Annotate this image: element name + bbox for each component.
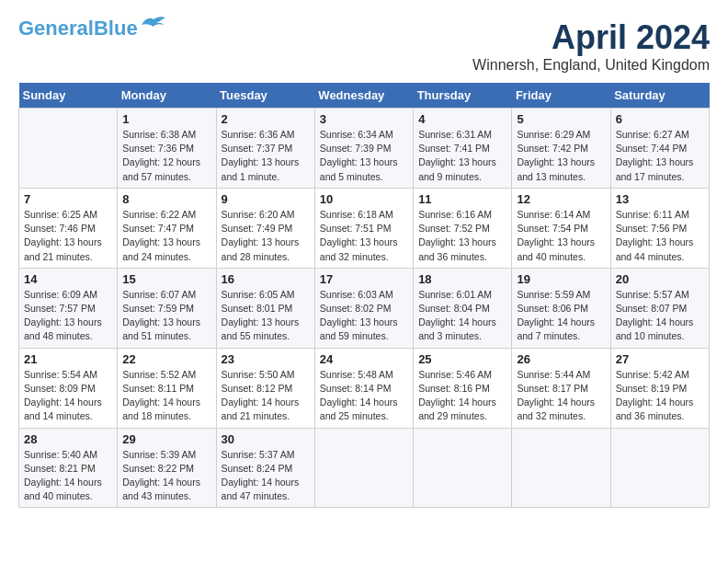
cell-info: Sunrise: 6:01 AM Sunset: 8:04 PM Dayligh… <box>418 288 506 344</box>
calendar-cell: 5Sunrise: 6:29 AM Sunset: 7:42 PM Daylig… <box>512 109 610 189</box>
day-number: 29 <box>122 432 210 446</box>
calendar-cell: 13Sunrise: 6:11 AM Sunset: 7:56 PM Dayli… <box>610 188 709 268</box>
cell-info: Sunrise: 5:50 AM Sunset: 8:12 PM Dayligh… <box>222 368 310 424</box>
calendar-cell: 10Sunrise: 6:18 AM Sunset: 7:51 PM Dayli… <box>314 188 413 268</box>
calendar-cell: 15Sunrise: 6:07 AM Sunset: 7:59 PM Dayli… <box>118 268 216 348</box>
calendar-cell: 1Sunrise: 6:38 AM Sunset: 7:36 PM Daylig… <box>118 109 216 189</box>
weekday-header-saturday: Saturday <box>610 83 709 109</box>
calendar-cell: 22Sunrise: 5:52 AM Sunset: 8:11 PM Dayli… <box>118 348 216 428</box>
calendar-cell <box>512 428 610 508</box>
day-number: 15 <box>122 272 210 286</box>
cell-info: Sunrise: 6:25 AM Sunset: 7:46 PM Dayligh… <box>24 208 112 264</box>
month-title: April 2024 <box>472 18 710 57</box>
day-number: 4 <box>418 112 506 126</box>
day-number: 14 <box>24 272 112 286</box>
calendar-cell: 9Sunrise: 6:20 AM Sunset: 7:49 PM Daylig… <box>216 188 314 268</box>
day-number: 22 <box>122 352 210 366</box>
cell-info: Sunrise: 6:31 AM Sunset: 7:41 PM Dayligh… <box>418 128 506 184</box>
cell-info: Sunrise: 6:29 AM Sunset: 7:42 PM Dayligh… <box>517 128 605 184</box>
day-number: 25 <box>418 352 506 366</box>
header: GeneralBlue April 2024 Winnersh, England… <box>18 18 710 74</box>
calendar-cell: 4Sunrise: 6:31 AM Sunset: 7:41 PM Daylig… <box>414 109 512 189</box>
day-number: 6 <box>616 112 704 126</box>
cell-info: Sunrise: 5:46 AM Sunset: 8:16 PM Dayligh… <box>418 368 506 424</box>
calendar-cell: 18Sunrise: 6:01 AM Sunset: 8:04 PM Dayli… <box>414 268 512 348</box>
day-number: 17 <box>320 272 408 286</box>
cell-info: Sunrise: 6:36 AM Sunset: 7:37 PM Dayligh… <box>222 128 310 184</box>
location-title: Winnersh, England, United Kingdom <box>472 57 710 74</box>
calendar-cell: 21Sunrise: 5:54 AM Sunset: 8:09 PM Dayli… <box>19 348 118 428</box>
cell-info: Sunrise: 5:59 AM Sunset: 8:06 PM Dayligh… <box>517 288 605 344</box>
logo-bird-icon <box>140 14 167 34</box>
calendar-cell <box>19 109 118 189</box>
cell-info: Sunrise: 6:05 AM Sunset: 8:01 PM Dayligh… <box>222 288 310 344</box>
cell-info: Sunrise: 5:57 AM Sunset: 8:07 PM Dayligh… <box>616 288 704 344</box>
day-number: 10 <box>320 192 408 206</box>
day-number: 2 <box>222 112 310 126</box>
cell-info: Sunrise: 6:22 AM Sunset: 7:47 PM Dayligh… <box>122 208 210 264</box>
calendar-cell: 19Sunrise: 5:59 AM Sunset: 8:06 PM Dayli… <box>512 268 610 348</box>
weekday-header-thursday: Thursday <box>414 83 512 109</box>
cell-info: Sunrise: 5:44 AM Sunset: 8:17 PM Dayligh… <box>517 368 605 424</box>
day-number: 23 <box>222 352 310 366</box>
day-number: 26 <box>517 352 605 366</box>
cell-info: Sunrise: 6:09 AM Sunset: 7:57 PM Dayligh… <box>24 288 112 344</box>
weekday-header-row: SundayMondayTuesdayWednesdayThursdayFrid… <box>19 83 710 109</box>
title-area: April 2024 Winnersh, England, United Kin… <box>472 18 710 74</box>
cell-info: Sunrise: 6:11 AM Sunset: 7:56 PM Dayligh… <box>616 208 704 264</box>
calendar-cell <box>610 428 709 508</box>
calendar-cell: 26Sunrise: 5:44 AM Sunset: 8:17 PM Dayli… <box>512 348 610 428</box>
day-number: 5 <box>517 112 605 126</box>
calendar-cell: 23Sunrise: 5:50 AM Sunset: 8:12 PM Dayli… <box>216 348 314 428</box>
day-number: 7 <box>24 192 112 206</box>
calendar-cell: 7Sunrise: 6:25 AM Sunset: 7:46 PM Daylig… <box>19 188 118 268</box>
calendar-cell: 24Sunrise: 5:48 AM Sunset: 8:14 PM Dayli… <box>314 348 413 428</box>
calendar-cell: 3Sunrise: 6:34 AM Sunset: 7:39 PM Daylig… <box>314 109 413 189</box>
cell-info: Sunrise: 5:52 AM Sunset: 8:11 PM Dayligh… <box>122 368 210 424</box>
calendar-cell: 2Sunrise: 6:36 AM Sunset: 7:37 PM Daylig… <box>216 109 314 189</box>
calendar-week-row: 28Sunrise: 5:40 AM Sunset: 8:21 PM Dayli… <box>19 428 710 508</box>
calendar-cell: 14Sunrise: 6:09 AM Sunset: 7:57 PM Dayli… <box>19 268 118 348</box>
day-number: 19 <box>517 272 605 286</box>
logo-text: GeneralBlue <box>18 18 138 39</box>
day-number: 13 <box>616 192 704 206</box>
day-number: 20 <box>616 272 704 286</box>
calendar-cell: 25Sunrise: 5:46 AM Sunset: 8:16 PM Dayli… <box>414 348 512 428</box>
day-number: 12 <box>517 192 605 206</box>
day-number: 27 <box>616 352 704 366</box>
cell-info: Sunrise: 6:20 AM Sunset: 7:49 PM Dayligh… <box>222 208 310 264</box>
calendar-cell: 27Sunrise: 5:42 AM Sunset: 8:19 PM Dayli… <box>610 348 709 428</box>
logo: GeneralBlue <box>18 18 167 39</box>
calendar-cell: 17Sunrise: 6:03 AM Sunset: 8:02 PM Dayli… <box>314 268 413 348</box>
day-number: 21 <box>24 352 112 366</box>
cell-info: Sunrise: 5:37 AM Sunset: 8:24 PM Dayligh… <box>222 448 310 504</box>
day-number: 30 <box>222 432 310 446</box>
cell-info: Sunrise: 5:40 AM Sunset: 8:21 PM Dayligh… <box>24 448 112 504</box>
calendar-cell: 16Sunrise: 6:05 AM Sunset: 8:01 PM Dayli… <box>216 268 314 348</box>
calendar-week-row: 7Sunrise: 6:25 AM Sunset: 7:46 PM Daylig… <box>19 188 710 268</box>
calendar-week-row: 1Sunrise: 6:38 AM Sunset: 7:36 PM Daylig… <box>19 109 710 189</box>
calendar-cell <box>414 428 512 508</box>
cell-info: Sunrise: 5:39 AM Sunset: 8:22 PM Dayligh… <box>122 448 210 504</box>
calendar-table: SundayMondayTuesdayWednesdayThursdayFrid… <box>18 83 710 508</box>
cell-info: Sunrise: 5:54 AM Sunset: 8:09 PM Dayligh… <box>24 368 112 424</box>
cell-info: Sunrise: 6:27 AM Sunset: 7:44 PM Dayligh… <box>616 128 704 184</box>
calendar-cell: 20Sunrise: 5:57 AM Sunset: 8:07 PM Dayli… <box>610 268 709 348</box>
calendar-cell: 28Sunrise: 5:40 AM Sunset: 8:21 PM Dayli… <box>19 428 118 508</box>
cell-info: Sunrise: 6:03 AM Sunset: 8:02 PM Dayligh… <box>320 288 408 344</box>
weekday-header-sunday: Sunday <box>19 83 118 109</box>
calendar-cell: 12Sunrise: 6:14 AM Sunset: 7:54 PM Dayli… <box>512 188 610 268</box>
calendar-cell: 29Sunrise: 5:39 AM Sunset: 8:22 PM Dayli… <box>118 428 216 508</box>
day-number: 18 <box>418 272 506 286</box>
calendar-cell: 6Sunrise: 6:27 AM Sunset: 7:44 PM Daylig… <box>610 109 709 189</box>
day-number: 28 <box>24 432 112 446</box>
calendar-week-row: 14Sunrise: 6:09 AM Sunset: 7:57 PM Dayli… <box>19 268 710 348</box>
cell-info: Sunrise: 6:38 AM Sunset: 7:36 PM Dayligh… <box>122 128 210 184</box>
calendar-week-row: 21Sunrise: 5:54 AM Sunset: 8:09 PM Dayli… <box>19 348 710 428</box>
weekday-header-monday: Monday <box>118 83 216 109</box>
calendar-cell: 30Sunrise: 5:37 AM Sunset: 8:24 PM Dayli… <box>216 428 314 508</box>
day-number: 24 <box>320 352 408 366</box>
calendar-cell <box>314 428 413 508</box>
day-number: 16 <box>222 272 310 286</box>
cell-info: Sunrise: 6:14 AM Sunset: 7:54 PM Dayligh… <box>517 208 605 264</box>
